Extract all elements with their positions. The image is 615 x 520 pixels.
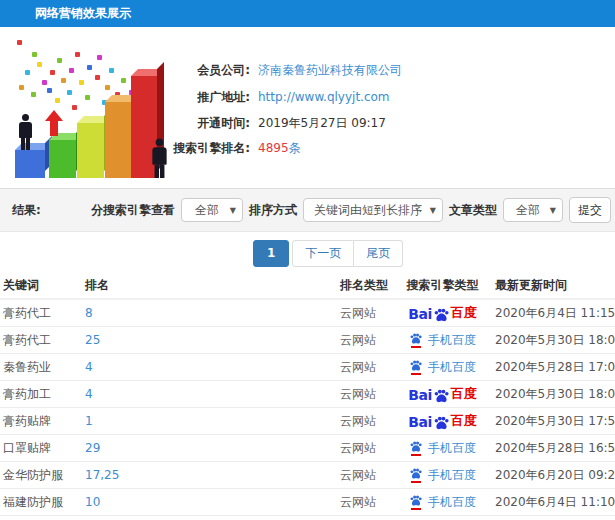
- rank-link[interactable]: 4: [85, 381, 285, 407]
- rank-link[interactable]: [85, 516, 285, 520]
- keyword-cell: 膏药代工: [3, 300, 83, 326]
- baidu-paw-icon: [409, 360, 423, 375]
- updated-cell: 2020年5月28日 17:02: [495, 354, 615, 380]
- engine-filter-select[interactable]: 全部 ▼: [181, 198, 243, 222]
- baidu-logo-bai-text: Bai: [408, 414, 431, 430]
- promo-url-link[interactable]: http://www.qlyyjt.com: [258, 88, 390, 106]
- ranking-count-label: 搜索引擎排名:: [150, 139, 250, 157]
- engine-cell: 手机百度: [395, 462, 490, 488]
- updated-cell: 2020年5月28日 16:55: [495, 435, 615, 461]
- baidu-logo-du-text: 百度: [451, 304, 477, 322]
- engine-cell: 手机百度: [395, 435, 490, 461]
- open-time-label: 开通时间:: [150, 114, 250, 132]
- table-row: 膏药代工 8 云网站 Bai 百度 2020年6月4日 11:15: [0, 300, 615, 327]
- baidu-logo-du-text: 百度: [451, 385, 477, 403]
- col-keyword: 关键词: [3, 272, 83, 298]
- baidu-mobile-label: 手机百度: [428, 332, 476, 349]
- table-row: 金华防护服 17,25 云网站 手机百度 2020年6月20日 09:25: [0, 462, 615, 489]
- baidu-paw-icon: [433, 308, 450, 323]
- member-company-label: 会员公司:: [150, 61, 250, 79]
- engine-filter-label: 分搜索引擎查看: [91, 202, 175, 219]
- baidu-logo-bai-text: Bai: [408, 306, 431, 322]
- engine-cell: 手机百度: [395, 327, 490, 353]
- engine-cell: 手机百度: [395, 354, 490, 380]
- baidu-paw-icon: [409, 468, 423, 483]
- engine-cell: Bai 百度: [395, 381, 490, 407]
- rank-link[interactable]: 25: [85, 327, 285, 353]
- baidu-mobile-badge: 手机百度: [409, 359, 476, 376]
- sort-select[interactable]: 关键词由短到长排序 ▼: [303, 198, 443, 222]
- table-row: 手机百度: [0, 516, 615, 520]
- rank-type-cell: [340, 516, 395, 520]
- engine-cell: 手机百度: [395, 516, 490, 520]
- page-title: 网络营销效果展示: [0, 0, 615, 27]
- sort-value: 关键词由短到长排序: [310, 202, 426, 219]
- chart-bar-yellow: [77, 123, 104, 178]
- baidu-paw-icon: [409, 495, 423, 510]
- submit-button[interactable]: 提交: [569, 197, 611, 223]
- rank-link[interactable]: 1: [85, 408, 285, 434]
- rank-link[interactable]: 8: [85, 300, 285, 326]
- next-page-button[interactable]: 下一页: [292, 240, 354, 267]
- baidu-mobile-label: 手机百度: [428, 467, 476, 484]
- page-button-current[interactable]: 1: [253, 240, 289, 267]
- chart-bar-green: [49, 140, 76, 178]
- table-header-row: 关键词 排名 排名类型 搜索引擎类型 最新更新时间: [0, 272, 615, 300]
- rank-type-cell: 云网站: [340, 327, 395, 353]
- baidu-paw-icon: [409, 441, 423, 456]
- ranking-count-number: 4895: [258, 141, 289, 155]
- baidu-pc-logo: Bai 百度: [408, 304, 476, 322]
- updated-cell: 2020年6月4日 11:10: [495, 489, 615, 515]
- rank-link[interactable]: 4: [85, 354, 285, 380]
- baidu-paw-icon: [409, 333, 423, 348]
- updated-cell: 2020年5月30日 17:58: [495, 408, 615, 434]
- chevron-down-icon: ▼: [230, 206, 236, 215]
- ranking-count-value: 4895条: [258, 139, 301, 157]
- baidu-mobile-label: 手机百度: [428, 494, 476, 511]
- keyword-cell: [3, 516, 83, 520]
- baidu-mobile-badge: 手机百度: [409, 332, 476, 349]
- chevron-down-icon: ▼: [430, 206, 436, 215]
- baidu-pc-logo: Bai 百度: [408, 412, 476, 430]
- rank-link[interactable]: 17,25: [85, 462, 285, 488]
- baidu-mobile-badge: 手机百度: [409, 467, 476, 484]
- filter-bar: 结果: 分搜索引擎查看 全部 ▼ 排序方式 关键词由短到长排序 ▼ 文章类型 全…: [0, 188, 615, 232]
- businessman-figure-left: [19, 114, 32, 150]
- keyword-cell: 膏药加工: [3, 381, 83, 407]
- rank-link[interactable]: 29: [85, 435, 285, 461]
- last-page-button[interactable]: 尾页: [354, 240, 403, 267]
- member-company-link[interactable]: 济南秦鲁药业科技有限公司: [258, 61, 402, 79]
- baidu-logo-bai-text: Bai: [408, 387, 431, 403]
- updated-cell: [495, 516, 615, 520]
- baidu-logo-du-text: 百度: [451, 412, 477, 430]
- table-row: 口罩贴牌 29 云网站 手机百度 2020年5月28日 16:55: [0, 435, 615, 462]
- baidu-paw-icon: [433, 389, 450, 404]
- result-label: 结果:: [12, 202, 41, 219]
- engine-cell: 手机百度: [395, 489, 490, 515]
- article-type-select[interactable]: 全部 ▼: [503, 198, 563, 222]
- rank-type-cell: 云网站: [340, 300, 395, 326]
- confetti-decoration: [17, 40, 22, 45]
- keyword-cell: 金华防护服: [3, 462, 83, 488]
- chevron-down-icon: ▼: [550, 206, 556, 215]
- engine-cell: Bai 百度: [395, 408, 490, 434]
- baidu-paw-icon: [433, 416, 450, 431]
- baidu-mobile-label: 手机百度: [428, 359, 476, 376]
- rank-link[interactable]: 10: [85, 489, 285, 515]
- rank-type-cell: 云网站: [340, 489, 395, 515]
- sort-label: 排序方式: [249, 202, 297, 219]
- article-type-label: 文章类型: [449, 202, 497, 219]
- engine-filter-value: 全部: [188, 202, 226, 219]
- col-rank: 排名: [85, 272, 285, 298]
- table-row: 秦鲁药业 4 云网站 手机百度 2020年5月28日 17:02: [0, 354, 615, 381]
- results-table: 关键词 排名 排名类型 搜索引擎类型 最新更新时间 膏药代工 8 云网站 Bai…: [0, 272, 615, 520]
- updated-cell: 2020年6月20日 09:25: [495, 462, 615, 488]
- chart-bar-orange: [105, 102, 131, 178]
- info-section: 会员公司: 济南秦鲁药业科技有限公司 推广地址: http://www.qlyy…: [0, 27, 615, 188]
- updated-cell: 2020年5月30日 18:06: [495, 327, 615, 353]
- baidu-mobile-label: 手机百度: [428, 440, 476, 457]
- rank-type-cell: 云网站: [340, 381, 395, 407]
- col-updated: 最新更新时间: [495, 272, 615, 298]
- article-type-value: 全部: [510, 202, 546, 219]
- col-engine-type: 搜索引擎类型: [395, 272, 490, 298]
